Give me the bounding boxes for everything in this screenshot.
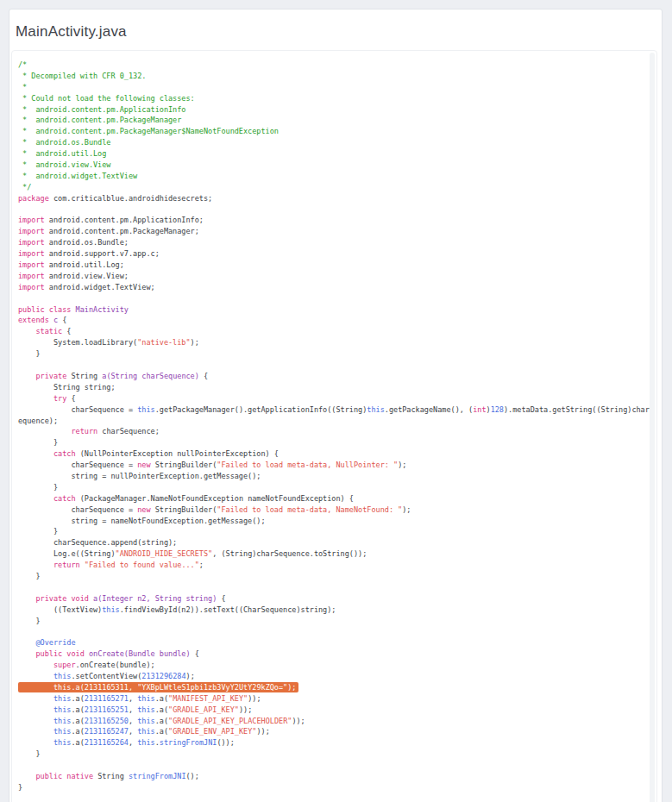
code-line: } <box>18 482 644 493</box>
code-line: } <box>18 782 644 793</box>
code-panel: /* * Decompiled with CFR 0_132. * * Coul… <box>11 50 657 802</box>
code-line: String string; <box>18 382 644 393</box>
code-line: private String a(String charSequence) { <box>18 371 644 382</box>
code-line: extends c { <box>18 315 644 326</box>
code-line: @Override <box>18 637 644 648</box>
code-line: charSequence = new StringBuilder("Failed… <box>18 460 644 471</box>
code-line: this.a(2131165264, this.stringFromJNI())… <box>18 737 644 749</box>
code-line: catch (PackageManager.NameNotFoundExcept… <box>18 493 644 504</box>
code-line: * Decompiled with CFR 0_132. <box>18 71 644 82</box>
code-line: return charSequence; <box>18 426 644 437</box>
code-block: /* * Decompiled with CFR 0_132. * * Coul… <box>18 60 644 793</box>
code-line: } <box>18 437 644 448</box>
code-line: } <box>18 571 644 582</box>
code-line: this.setContentView(2131296284); <box>18 671 644 682</box>
code-line-highlighted: this.a(2131165311, "YXBpLWtleS1pbi1zb3Vy… <box>18 682 644 693</box>
code-line: import android.support.v7.app.c; <box>18 248 644 260</box>
code-line: import android.widget.TextView; <box>18 282 644 293</box>
code-line <box>18 582 644 593</box>
code-line: return "Failed to found value..."; <box>18 560 644 571</box>
code-line: string = nullPointerException.getMessage… <box>18 471 644 482</box>
code-line <box>18 626 644 637</box>
scrollbar-track[interactable] <box>650 53 655 802</box>
code-line: import android.view.View; <box>18 271 644 282</box>
code-line: public void onCreate(Bundle bundle) { <box>18 648 644 660</box>
code-line: /* <box>18 60 644 71</box>
code-line: * android.content.pm.PackageManager$Name… <box>18 126 644 137</box>
code-line: } <box>18 616 644 627</box>
code-line: equence); <box>18 416 644 427</box>
code-line: this.a(2131165251, this.a("GRADLE_API_KE… <box>18 705 644 716</box>
code-line: * Could not load the following classes: <box>18 93 644 104</box>
code-line: this.a(2131165250, this.a("GRADLE_API_KE… <box>18 716 644 727</box>
code-line: import android.content.pm.ApplicationInf… <box>18 215 644 226</box>
code-line: import android.content.pm.PackageManager… <box>18 226 644 237</box>
code-line: * <box>18 82 644 93</box>
code-line: * android.util.Log <box>18 148 644 160</box>
code-line: try { <box>18 393 644 404</box>
code-line: this.a(2131165247, this.a("GRADLE_ENV_AP… <box>18 726 644 737</box>
code-line: * android.view.View <box>18 160 644 171</box>
code-line: * android.os.Bundle <box>18 137 644 148</box>
secret-highlight: this.a(2131165311, "YXBpLWtleS1pbi1zb3Vy… <box>18 682 298 692</box>
code-line: private void a(Integer n2, String string… <box>18 593 644 605</box>
code-line: charSequence = new StringBuilder("Failed… <box>18 504 644 516</box>
page-title: MainActivity.java <box>16 23 662 41</box>
code-line: public class MainActivity <box>18 304 644 316</box>
code-line: catch (NullPointerException nullPointerE… <box>18 448 644 460</box>
code-line: ((TextView)this.findViewById(n2)).setTex… <box>18 605 644 616</box>
code-line <box>18 760 644 771</box>
code-line: package com.criticalblue.androidhidesecr… <box>18 193 644 204</box>
code-line: System.loadLibrary("native-lib"); <box>18 337 644 348</box>
page-background: { "page": { "title": "MainActivity.java"… <box>0 0 672 802</box>
code-line: */ <box>18 182 644 193</box>
code-line: import android.util.Log; <box>18 260 644 271</box>
code-line: } <box>18 749 644 760</box>
code-line: } <box>18 348 644 360</box>
code-line <box>18 360 644 371</box>
code-line: super.onCreate(bundle); <box>18 660 644 671</box>
code-line: * android.widget.TextView <box>18 171 644 182</box>
code-line: string = nameNotFoundException.getMessag… <box>18 516 644 527</box>
code-line: import android.os.Bundle; <box>18 237 644 248</box>
code-line: public native String stringFromJNI(); <box>18 771 644 782</box>
code-line: this.a(2131165271, this.a("MANIFEST_API_… <box>18 693 644 705</box>
code-line: charSequence = this.getPackageManager().… <box>18 404 644 416</box>
content-card: MainActivity.java /* * Decompiled with C… <box>9 9 663 802</box>
code-line: Log.e((String)"ANDROID_HIDE_SECRETS", (S… <box>18 548 644 560</box>
code-line: static { <box>18 326 644 337</box>
code-line <box>18 204 644 216</box>
code-line: * android.content.pm.ApplicationInfo <box>18 104 644 116</box>
code-line <box>18 293 644 304</box>
code-line: } <box>18 526 644 537</box>
code-line: charSequence.append(string); <box>18 537 644 548</box>
code-line: * android.content.pm.PackageManager <box>18 115 644 126</box>
